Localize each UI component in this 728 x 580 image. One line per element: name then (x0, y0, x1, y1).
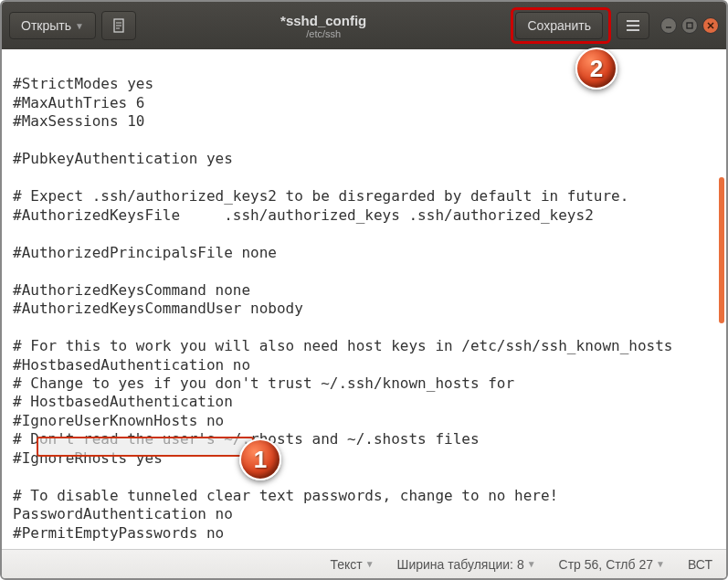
window-controls (660, 17, 719, 34)
editor-line: #IgnoreUserKnownHosts no (13, 412, 224, 429)
editor-line: PasswordAuthentication no (13, 505, 233, 522)
editor-line: # Change to yes if you don't trust ~/.ss… (13, 374, 514, 392)
close-button[interactable] (702, 17, 719, 34)
new-document-button[interactable] (101, 11, 136, 40)
editor-line: #PermitEmptyPasswords no (13, 524, 224, 542)
save-label: Сохранить (527, 18, 591, 33)
titlebar: Открыть *sshd_config /etc/ssh Сохранить (2, 2, 726, 49)
editor-line: #StrictModes yes (13, 75, 153, 92)
editor-line: #AuthorizedKeysCommandUser nobody (13, 300, 303, 317)
hamburger-icon (626, 19, 640, 32)
tab-width-label: Ширина табуляции: 8 (397, 557, 524, 572)
editor-line: # For this to work you will also need ho… (13, 337, 672, 354)
annotation-marker-2: 2 (575, 47, 617, 90)
minimize-button[interactable] (660, 17, 677, 34)
save-highlight: Сохранить (511, 7, 611, 44)
editor-line: #AuthorizedKeysCommand none (13, 281, 250, 299)
statusbar: Текст Ширина табуляции: 8 Стр 56, Стлб 2… (2, 549, 726, 578)
editor-line: #MaxSessions 10 (13, 112, 145, 130)
open-button[interactable]: Открыть (9, 12, 96, 39)
editor-line: # HostbasedAuthentication (13, 393, 233, 410)
editor-line: #PubkeyAuthentication yes (13, 150, 233, 167)
insert-mode[interactable]: ВСТ (688, 557, 712, 572)
file-path: /etc/ssh (142, 28, 506, 39)
maximize-button[interactable] (681, 17, 698, 34)
editor-line: #AuthorizedPrincipalsFile none (13, 244, 277, 261)
editor-area[interactable]: #StrictModes yes #MaxAuthTries 6 #MaxSes… (2, 49, 726, 549)
editor-line: # Expect .ssh/authorized_keys2 to be dis… (13, 187, 628, 205)
chevron-down-icon (75, 21, 84, 31)
svg-rect-1 (687, 23, 692, 28)
chevron-down-icon (527, 559, 536, 569)
file-title: *sshd_config (142, 13, 506, 28)
mode-label: ВСТ (688, 557, 712, 572)
menu-button[interactable] (617, 12, 649, 39)
chevron-down-icon (656, 559, 665, 569)
editor-line: # To disable tunneled clear text passwor… (13, 487, 558, 504)
title-area: *sshd_config /etc/ssh (142, 13, 506, 39)
scrollbar[interactable] (719, 177, 724, 323)
editor-line: #AuthorizedKeysFile .ssh/authorized_keys… (13, 206, 594, 224)
document-icon (111, 18, 126, 33)
chevron-down-icon (365, 559, 375, 569)
position-selector[interactable]: Стр 56, Стлб 27 (559, 557, 665, 572)
save-button[interactable]: Сохранить (515, 12, 603, 39)
syntax-label: Текст (330, 557, 362, 572)
editor-line: #HostbasedAuthentication no (13, 356, 250, 374)
editor-line: #MaxAuthTries 6 (13, 94, 145, 111)
annotation-marker-1: 1 (239, 438, 281, 480)
tab-width-selector[interactable]: Ширина табуляции: 8 (397, 557, 536, 572)
highlight-box-1 (37, 437, 254, 457)
open-label: Открыть (21, 18, 71, 33)
syntax-selector[interactable]: Текст (330, 557, 374, 572)
position-label: Стр 56, Стлб 27 (559, 557, 653, 572)
